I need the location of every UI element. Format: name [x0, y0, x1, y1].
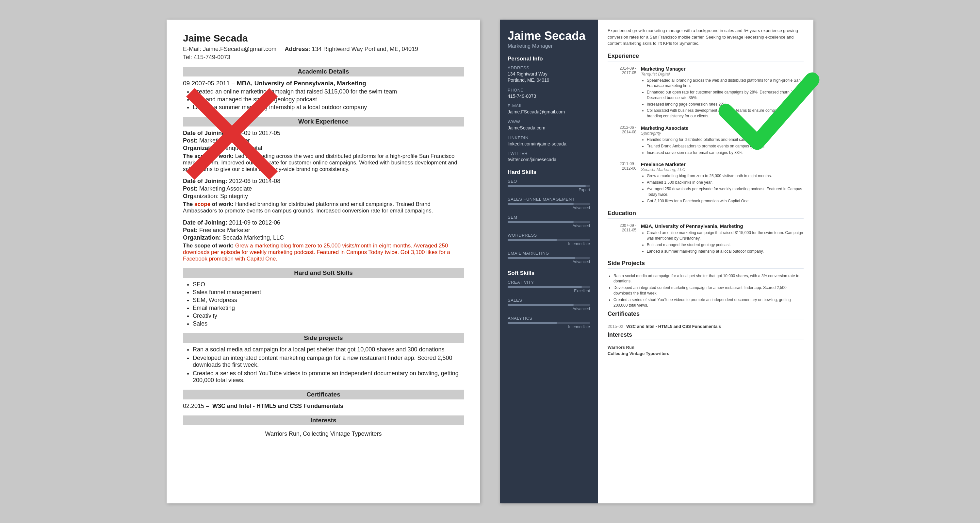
info-value-twitter: twitter.com/jaimesecada: [508, 156, 590, 163]
list-item: Creativity: [193, 313, 464, 319]
academic-section-title: Academic Details: [183, 67, 464, 77]
list-item: Sales: [193, 320, 464, 327]
list-item: Developed an integrated content marketin…: [193, 355, 464, 368]
info-value-www: JaimeSecada.com: [508, 125, 590, 131]
side-projects: Ran a social media ad campaign for a loc…: [183, 346, 464, 384]
skill-seo: SEO Expert: [508, 179, 590, 192]
info-linkedin: LinkedIn linkedin.com/in/jaime-secada: [508, 136, 590, 147]
sidebar-hard-skills-label: Hard Skills: [508, 169, 590, 175]
interest-item: Warriors Run: [608, 345, 803, 350]
work-item: Date of Joining: 2012-06 to 2014-08 Post…: [183, 178, 464, 214]
experience-section-title: Experience: [608, 53, 803, 61]
sidebar-title: Marketing Manager: [508, 43, 590, 49]
interests-section-title: Interests: [183, 415, 464, 425]
list-item: Built and managed the student geology po…: [193, 96, 464, 103]
info-label-linkedin: LinkedIn: [508, 136, 590, 140]
list-item: Created an online marketing campaign tha…: [193, 88, 464, 95]
right-resume: Jaime Secada Marketing Manager Personal …: [500, 20, 813, 503]
list-item: SEO: [193, 281, 464, 288]
info-twitter: Twitter twitter.com/jaimesecada: [508, 151, 590, 163]
side-projects-section-title: Side projects: [183, 333, 464, 343]
info-value-address: 134 Rightward WayPortland, ME, 04019: [508, 71, 590, 84]
info-value-email: Jaime.FSecada@gmail.com: [508, 109, 590, 115]
sidebar: Jaime Secada Marketing Manager Personal …: [500, 20, 598, 503]
sidebar-personal-info-label: Personal Info: [508, 56, 590, 62]
cert-item: 02.2015 – W3C and Intel - HTML5 and CSS …: [183, 403, 464, 410]
skill-sem: SEM Advanced: [508, 215, 590, 228]
cert-section-title-right: Certificates: [608, 311, 803, 319]
left-name: Jaime Secada: [183, 33, 464, 44]
list-item: Landed a summer marketing internship at …: [193, 104, 464, 111]
list-item: Developed an integrated content marketin…: [614, 285, 803, 296]
info-email: E-mail Jaime.FSecada@gmail.com: [508, 103, 590, 115]
info-label-twitter: Twitter: [508, 151, 590, 156]
exp-item-1: 2014-09 -2017-05 Marketing Manager Tenqu…: [608, 66, 803, 120]
list-item: Created a series of short YouTube videos…: [193, 370, 464, 384]
work-section-title: Work Experience: [183, 117, 464, 126]
list-item: Ran a social media ad campaign for a loc…: [193, 346, 464, 353]
summary-text: Experienced growth marketing manager wit…: [608, 27, 803, 47]
list-item: Handled branding for distributed platfor…: [647, 137, 803, 142]
skill-creativity: CREATIVITY Excellent: [508, 280, 590, 293]
list-item: Trained Brand Ambassadors to promote eve…: [647, 144, 803, 149]
interests-section-title-right: Interests: [608, 332, 803, 340]
left-resume: Jaime Secada E-Mail: Jaime.FSecada@gmail…: [167, 20, 480, 503]
list-item: Amassed 1,500 backlinks in one year.: [647, 180, 803, 185]
skill-analytics: ANALYTICS Intermediate: [508, 316, 590, 329]
info-value-linkedin: linkedin.com/in/jaime-secada: [508, 141, 590, 147]
info-value-phone: 415-749-0073: [508, 93, 590, 100]
skills-list: SEO Sales funnel management SEM, Wordpre…: [183, 281, 464, 327]
list-item: Created a series of short YouTube videos…: [614, 297, 803, 308]
edu-item: 09.2007-05.2011 – MBA, University of Pen…: [183, 80, 464, 111]
info-label-www: WWW: [508, 119, 590, 124]
info-phone: Phone 415-749-0073: [508, 88, 590, 100]
left-tel: Tel: 415-749-0073: [183, 54, 464, 61]
list-item: Got 3,100 likes for a Facebook promotion…: [647, 198, 803, 204]
education-section-title: Education: [608, 210, 803, 219]
list-item: Built and managed the student geology po…: [647, 242, 803, 248]
interest-item: Collecting Vintage Typewriters: [608, 351, 803, 356]
left-email: E-Mail: Jaime.FSecada@gmail.com Address:…: [183, 46, 464, 53]
info-address: Address 134 Rightward WayPortland, ME, 0…: [508, 65, 590, 84]
list-item: Enhanced our open rate for customer onli…: [647, 89, 803, 100]
cert-item-right: 2015-02 W3C and Intel - HTML5 and CSS Fu…: [608, 324, 803, 329]
list-item: SEM, Wordpress: [193, 297, 464, 304]
skill-sales: SALES Advanced: [508, 298, 590, 311]
info-label-email: E-mail: [508, 103, 590, 108]
work-item: Date of Joining: 2011-09 to 2012-06 Post…: [183, 219, 464, 262]
info-www: WWW JaimeSecada.com: [508, 119, 590, 131]
info-label-phone: Phone: [508, 88, 590, 92]
edu-item-right: 2007-09 -2011-05 MBA, University of Penn…: [608, 223, 803, 255]
sidebar-name: Jaime Secada: [508, 29, 590, 43]
list-item: Increased conversion rate for email camp…: [647, 150, 803, 156]
skill-sales-funnel: SALES FUNNEL MANAGEMENT Advanced: [508, 197, 590, 210]
list-item: Ran a social media ad campaign for a loc…: [614, 273, 803, 284]
info-label-address: Address: [508, 65, 590, 70]
list-item: Averaged 250 downloads per episode for w…: [647, 186, 803, 198]
list-item: Spearheaded all branding across the web …: [647, 78, 803, 89]
side-projects-section-title-right: Side Projects: [608, 260, 803, 269]
main-content: Experienced growth marketing manager wit…: [598, 20, 813, 503]
skill-email-marketing: EMAIL MARKETING Advanced: [508, 251, 590, 264]
exp-item-2: 2012-06 -2014-08 Marketing Associate Spi…: [608, 125, 803, 156]
list-item: Sales funnel management: [193, 289, 464, 296]
list-item: Increased landing page conversion rates …: [647, 102, 803, 107]
list-item: Landed a summer marketing internship at …: [647, 249, 803, 254]
cert-section-title: Certificates: [183, 390, 464, 399]
interests-text: Warriors Run, Collecting Vintage Typewri…: [183, 429, 464, 439]
list-item: Created an online marketing campaign tha…: [647, 230, 803, 241]
sidebar-soft-skills-label: Soft Skills: [508, 270, 590, 277]
list-item: Collaborated with business development a…: [647, 108, 803, 119]
exp-item-3: 2011-09 -2012-06 Freelance Marketer Seca…: [608, 161, 803, 205]
work-item: Date of Joining: 2014-09 to 2017-05 Post…: [183, 130, 464, 172]
side-projects-right: Ran a social media ad campaign for a loc…: [608, 273, 803, 308]
list-item: Email marketing: [193, 305, 464, 311]
list-item: Grew a marketing blog from zero to 25,00…: [647, 173, 803, 179]
sidebar-name-block: Jaime Secada Marketing Manager: [508, 29, 590, 49]
skill-wordpress: WORDPRESS Intermediate: [508, 233, 590, 246]
skills-section-title: Hard and Soft Skills: [183, 268, 464, 278]
